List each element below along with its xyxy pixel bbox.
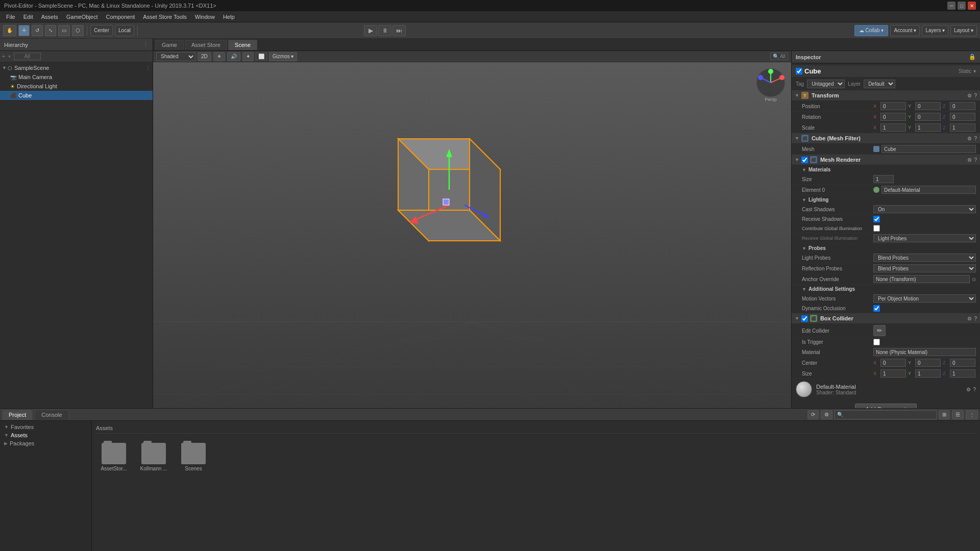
- layers-button[interactable]: Layers ▾: [922, 25, 948, 36]
- boxcollider-active[interactable]: [801, 315, 808, 322]
- meshrenderer-help-icon[interactable]: ?: [974, 157, 977, 163]
- search-scene-input[interactable]: 🔍 All: [770, 53, 788, 60]
- audio-toggle[interactable]: 🔊: [227, 52, 240, 61]
- meshrenderer-settings-icon[interactable]: ⚙: [967, 157, 972, 163]
- hierarchy-item-maincamera[interactable]: 📷 Main Camera: [0, 72, 153, 82]
- assets-search-input[interactable]: [835, 410, 937, 419]
- tool-hand[interactable]: ✋: [3, 25, 16, 36]
- boxcollider-settings-icon[interactable]: ⚙: [967, 316, 972, 321]
- boxcollider-help-icon[interactable]: ?: [974, 316, 977, 321]
- tool-transform[interactable]: ⬡: [72, 25, 84, 36]
- castshadows-select[interactable]: OnOffTwo Sided: [873, 205, 976, 213]
- collider-material-input[interactable]: [873, 348, 976, 356]
- istrigger-checkbox[interactable]: [873, 339, 880, 345]
- collab-button[interactable]: ☁ Collab ▾: [854, 25, 888, 36]
- material-settings-icon[interactable]: ⚙: [966, 387, 971, 392]
- menu-edit[interactable]: Edit: [19, 13, 37, 21]
- receivegi-select[interactable]: Light Probes: [873, 234, 976, 242]
- ccenter-x-input[interactable]: [880, 359, 906, 367]
- lighting-toggle[interactable]: ☀: [213, 52, 225, 61]
- element0-input[interactable]: [881, 186, 976, 194]
- anchoroverride-pick-icon[interactable]: ⊙: [972, 277, 976, 282]
- asset-assetstore[interactable]: AssetStor...: [96, 441, 132, 473]
- account-button[interactable]: Account ▾: [890, 25, 920, 36]
- menu-help[interactable]: Help: [219, 13, 239, 21]
- boxcollider-header[interactable]: ▼ ⬛ Box Collider ⚙ ?: [792, 313, 980, 324]
- more-btn[interactable]: ⋮: [966, 410, 978, 419]
- menu-assets[interactable]: Assets: [37, 13, 62, 21]
- tag-select[interactable]: Untagged: [807, 80, 845, 88]
- scene-view[interactable]: X Y Z Persp: [153, 62, 791, 408]
- samplescene-menu[interactable]: ⋮: [145, 65, 151, 71]
- step-button[interactable]: ⏭: [393, 25, 406, 36]
- minimize-button[interactable]: ─: [947, 2, 955, 10]
- tool-rotate[interactable]: ↺: [32, 25, 43, 36]
- pause-button[interactable]: ⏸: [378, 25, 391, 36]
- menu-gameobject[interactable]: GameObject: [62, 13, 102, 21]
- view-toggle[interactable]: ⊞: [939, 410, 950, 419]
- pivot-toggle[interactable]: Center: [90, 25, 113, 36]
- hierarchy-menu-btn[interactable]: ⋮: [143, 41, 149, 48]
- pos-y-input[interactable]: [915, 102, 941, 110]
- settings-btn[interactable]: ⚙: [821, 410, 832, 419]
- tool-scale[interactable]: ⤡: [45, 25, 56, 36]
- space-toggle[interactable]: Local: [115, 25, 134, 36]
- transform-help-icon[interactable]: ?: [974, 93, 977, 98]
- menu-window[interactable]: Window: [191, 13, 219, 21]
- object-active-toggle[interactable]: [796, 68, 802, 74]
- tool-rect[interactable]: ▭: [58, 25, 70, 36]
- motionvectors-select[interactable]: Per Object Motion: [873, 294, 976, 303]
- lightprobes-select[interactable]: Blend Probes: [873, 254, 976, 262]
- tab-game[interactable]: Game: [155, 40, 184, 50]
- hierarchy-dropdown[interactable]: ▾: [8, 54, 11, 59]
- layout-button[interactable]: Layout ▾: [950, 25, 977, 36]
- csize-z-input[interactable]: [950, 369, 975, 378]
- material-help-icon[interactable]: ?: [973, 387, 976, 392]
- tab-scene[interactable]: Scene: [228, 40, 257, 50]
- rot-x-input[interactable]: [880, 113, 906, 121]
- inspector-lock-icon[interactable]: 🔒: [969, 54, 976, 60]
- materials-size-input[interactable]: [873, 175, 894, 183]
- hierarchy-item-directionallight[interactable]: ☀ Directional Light: [0, 82, 153, 91]
- csize-y-input[interactable]: [915, 369, 941, 378]
- close-button[interactable]: ✕: [968, 2, 976, 10]
- dynamicocclusion-checkbox[interactable]: [873, 305, 880, 312]
- meshfilter-help-icon[interactable]: ?: [974, 136, 977, 141]
- hierarchy-item-cube[interactable]: ⬛ Cube: [0, 91, 153, 100]
- additionalsettings-section[interactable]: ▼ Additional Settings: [792, 285, 980, 293]
- tab-console[interactable]: Console: [35, 410, 68, 420]
- scale-x-input[interactable]: [880, 123, 906, 132]
- asset-scenes[interactable]: Scenes: [176, 441, 211, 473]
- rot-z-input[interactable]: [950, 113, 975, 121]
- materials-section[interactable]: ▼ Materials: [792, 165, 980, 174]
- sidebar-favorites[interactable]: ▼ Favorites: [0, 423, 91, 431]
- menu-assetstoretools[interactable]: Asset Store Tools: [139, 13, 190, 21]
- tab-project[interactable]: Project: [2, 410, 33, 420]
- csize-x-input[interactable]: [880, 369, 906, 378]
- add-component-button[interactable]: Add Component: [855, 404, 917, 408]
- list-toggle[interactable]: ☰: [952, 410, 964, 419]
- gizmos-toggle[interactable]: Gizmos ▾: [269, 52, 298, 61]
- maximize-button[interactable]: □: [958, 2, 966, 10]
- tab-assetstore[interactable]: Asset Store: [185, 40, 227, 50]
- layer-select[interactable]: Default: [864, 80, 895, 88]
- meshrenderer-active[interactable]: [801, 157, 808, 163]
- menu-file[interactable]: File: [2, 13, 19, 21]
- rot-y-input[interactable]: [915, 113, 941, 121]
- scale-y-input[interactable]: [915, 123, 941, 132]
- editcollider-button[interactable]: ✏: [873, 325, 886, 336]
- ccenter-y-input[interactable]: [915, 359, 941, 367]
- pos-x-input[interactable]: [880, 102, 906, 110]
- scale-z-input[interactable]: [950, 123, 975, 132]
- asset-kollmann[interactable]: Kollmann ...: [136, 441, 172, 473]
- anchoroverride-input[interactable]: [873, 275, 970, 283]
- sync-btn[interactable]: ⟳: [807, 410, 819, 419]
- probes-section[interactable]: ▼ Probes: [792, 244, 980, 253]
- play-button[interactable]: ▶: [364, 25, 377, 36]
- lighting-section[interactable]: ▼ Lighting: [792, 195, 980, 204]
- meshfilter-header[interactable]: ▼ ⬛ Cube (Mesh Filter) ⚙ ?: [792, 133, 980, 144]
- contributegi-checkbox[interactable]: [873, 225, 880, 232]
- tool-move[interactable]: ✛: [18, 25, 30, 36]
- hierarchy-item-samplescene[interactable]: ▼ ⬡ SampleScene ⋮: [0, 63, 153, 72]
- mesh-input[interactable]: [881, 145, 976, 153]
